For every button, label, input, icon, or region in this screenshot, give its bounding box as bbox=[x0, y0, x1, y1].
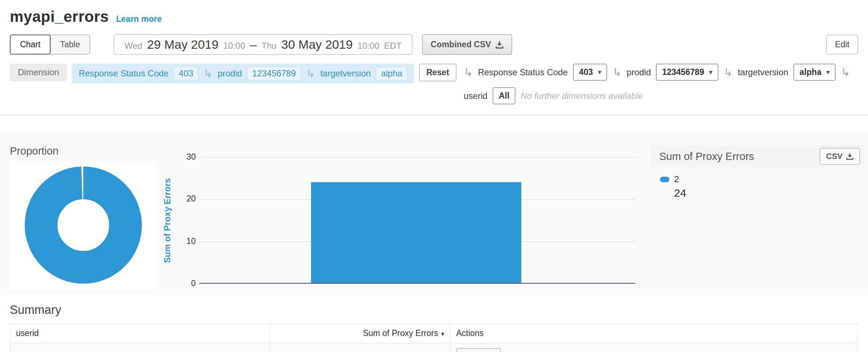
branch-arrow-icon: ↳ bbox=[841, 67, 850, 78]
end-date: 30 May 2019 bbox=[281, 37, 353, 52]
column-header-userid: userid bbox=[10, 324, 270, 343]
applied-dim-name[interactable]: Response Status Code bbox=[79, 68, 168, 79]
start-date: 29 May 2019 bbox=[147, 37, 219, 52]
no-dimensions-text: No further dimensions available bbox=[521, 91, 643, 101]
response-status-code-select[interactable]: 403 ▾ bbox=[573, 64, 608, 81]
column-header-sum-sortable[interactable]: Sum of Proxy Errors▾ bbox=[270, 324, 450, 343]
learn-more-link[interactable]: Learn more bbox=[116, 14, 162, 24]
x-axis-line bbox=[199, 283, 635, 284]
proportion-donut-panel bbox=[10, 161, 157, 289]
download-icon bbox=[846, 153, 853, 160]
csv-label: CSV bbox=[826, 152, 843, 161]
end-day: Thu bbox=[262, 41, 276, 51]
chart-view-button[interactable]: Chart bbox=[10, 35, 51, 55]
dimension-selectors: ↳ Response Status Code 403 ▾ ↳ prodid 12… bbox=[464, 64, 858, 104]
y-axis-title: Sum of Proxy Errors bbox=[162, 157, 172, 284]
donut-chart[interactable] bbox=[21, 163, 145, 287]
dimension-selector-group: userid All bbox=[464, 87, 516, 104]
branch-arrow-icon: ↳ bbox=[464, 67, 473, 78]
dimension-selector-group: prodid 123456789 ▾ bbox=[627, 64, 718, 81]
timezone: EDT bbox=[384, 41, 402, 51]
divider bbox=[0, 115, 868, 115]
end-time: 10:00 bbox=[358, 41, 379, 51]
applied-dim-value[interactable]: 123456789 bbox=[247, 67, 301, 80]
dimension-bar: Dimension Response Status Code 403 ↳ pro… bbox=[10, 64, 858, 104]
table-row: 2 24 Analyze bbox=[10, 343, 858, 352]
applied-dim-name[interactable]: prodid bbox=[218, 68, 242, 79]
selector-name: userid bbox=[464, 91, 487, 101]
selector-name: prodid bbox=[627, 67, 651, 77]
selector-name: targetversion bbox=[738, 67, 788, 77]
chevron-down-icon: ▾ bbox=[709, 68, 712, 76]
bar-chart-plot bbox=[199, 157, 635, 284]
actions-cell: Analyze bbox=[450, 343, 858, 352]
applied-dimensions: Response Status Code 403 ↳ prodid 123456… bbox=[72, 64, 414, 83]
legend-header: Sum of Proxy Errors CSV bbox=[651, 145, 864, 168]
y-tick: 30 bbox=[175, 152, 196, 162]
legend-label: 2 bbox=[674, 174, 679, 184]
reset-button[interactable]: Reset bbox=[419, 64, 457, 81]
proportion-label: Proportion bbox=[10, 145, 59, 157]
selected-value: 403 bbox=[579, 67, 593, 77]
start-time: 10:00 bbox=[223, 41, 245, 51]
targetversion-select[interactable]: alpha ▾ bbox=[793, 64, 836, 81]
toolbar: Chart Table Wed 29 May 2019 10:00 – Thu … bbox=[10, 34, 858, 55]
table-header-row: userid Sum of Proxy Errors▾ Actions bbox=[10, 324, 858, 343]
dimension-selector-group: Response Status Code 403 ▾ bbox=[478, 64, 608, 81]
legend-panel: Sum of Proxy Errors CSV 2 24 bbox=[651, 145, 864, 199]
selected-value: 123456789 bbox=[662, 67, 704, 77]
dimension-selector-group: targetversion alpha ▾ bbox=[738, 64, 836, 81]
grid-line bbox=[199, 157, 635, 157]
userid-filter[interactable]: All bbox=[493, 87, 515, 104]
bar[interactable] bbox=[311, 182, 521, 283]
legend-value: 24 bbox=[674, 187, 864, 199]
column-header-actions: Actions bbox=[450, 324, 858, 343]
dimension-label: Dimension bbox=[10, 64, 67, 81]
csv-button[interactable]: CSV bbox=[820, 148, 860, 165]
combined-csv-button[interactable]: Combined CSV bbox=[422, 34, 512, 55]
selector-name: Response Status Code bbox=[478, 67, 568, 77]
y-tick: 0 bbox=[175, 279, 196, 288]
summary-section: Summary userid Sum of Proxy Errors▾ Acti… bbox=[10, 303, 858, 352]
branch-arrow-icon: ↳ bbox=[203, 68, 212, 79]
page-header: myapi_errors Learn more bbox=[0, 0, 868, 25]
legend-items: 2 24 bbox=[651, 168, 864, 199]
combined-csv-label: Combined CSV bbox=[431, 40, 491, 49]
chart-area: Proportion Sum of Proxy Errors 30 20 10 … bbox=[0, 130, 868, 296]
branch-arrow-icon: ↳ bbox=[724, 67, 733, 78]
branch-arrow-icon: ↳ bbox=[306, 68, 315, 79]
date-range-picker[interactable]: Wed 29 May 2019 10:00 – Thu 30 May 2019 … bbox=[114, 34, 413, 55]
applied-dim-value[interactable]: 403 bbox=[174, 67, 198, 80]
sort-caret-icon: ▾ bbox=[441, 331, 444, 337]
date-separator: – bbox=[250, 37, 257, 52]
legend-panel-title: Sum of Proxy Errors bbox=[659, 151, 754, 163]
summary-heading: Summary bbox=[10, 303, 858, 317]
download-icon bbox=[495, 41, 503, 49]
summary-table: userid Sum of Proxy Errors▾ Actions 2 24… bbox=[10, 323, 858, 352]
start-day: Wed bbox=[124, 41, 142, 51]
applied-dim-name[interactable]: targetversion bbox=[320, 68, 371, 79]
prodid-select[interactable]: 123456789 ▾ bbox=[656, 64, 718, 81]
branch-arrow-icon: ↳ bbox=[612, 67, 621, 78]
applied-dim-value[interactable]: alpha bbox=[376, 67, 407, 80]
selected-value: alpha bbox=[800, 67, 821, 77]
selected-value: All bbox=[499, 91, 509, 101]
chevron-down-icon: ▾ bbox=[598, 68, 601, 76]
analyze-button[interactable]: Analyze bbox=[456, 348, 501, 352]
edit-button[interactable]: Edit bbox=[826, 35, 858, 55]
legend-item: 2 bbox=[660, 174, 864, 184]
dashboard: myapi_errors Learn more Chart Table Wed … bbox=[0, 0, 868, 352]
view-toggle: Chart Table bbox=[10, 35, 90, 55]
chevron-down-icon: ▾ bbox=[827, 68, 830, 76]
sum-cell: 24 bbox=[270, 343, 450, 352]
y-tick: 20 bbox=[175, 194, 196, 204]
page-title: myapi_errors bbox=[10, 8, 109, 25]
table-view-button[interactable]: Table bbox=[50, 35, 90, 55]
legend-swatch-icon bbox=[660, 177, 669, 182]
y-tick: 10 bbox=[175, 236, 196, 246]
userid-cell: 2 bbox=[10, 343, 270, 352]
